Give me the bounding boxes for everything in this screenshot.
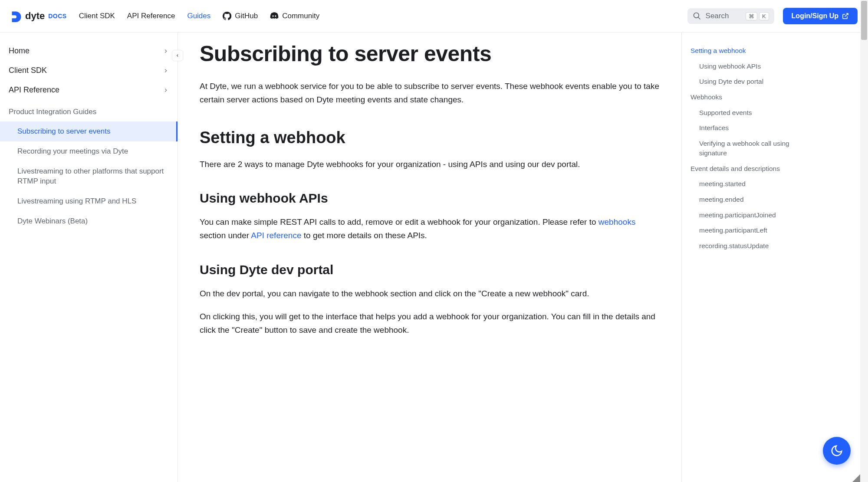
toc-label: Setting a webhook xyxy=(690,47,746,54)
toc-item[interactable]: recording.statusUpdate xyxy=(690,238,807,254)
article: Subscribing to server events At Dyte, we… xyxy=(178,33,681,482)
nav-label: GitHub xyxy=(235,12,258,20)
external-link-icon xyxy=(842,13,849,20)
moon-icon xyxy=(830,444,843,457)
theme-toggle-button[interactable] xyxy=(823,437,851,465)
sidebar-item-label: API Reference xyxy=(9,85,59,95)
sidebar-item-label: Client SDK xyxy=(9,66,47,75)
page-title: Subscribing to server events xyxy=(200,41,660,66)
toc-item[interactable]: Supported events xyxy=(690,105,807,121)
link-webhooks[interactable]: webhooks xyxy=(598,217,636,226)
sidebar-section-label: Product Integration Guides xyxy=(9,108,96,116)
text: You can make simple REST API calls to ad… xyxy=(200,217,598,226)
search-placeholder: Search xyxy=(706,12,741,20)
toc-label: Webhooks xyxy=(690,93,722,101)
header-right: Search ⌘ K Login/Sign Up xyxy=(687,8,858,24)
main: Home Client SDK API Reference Product In… xyxy=(0,33,868,482)
heading-setting-webhook: Setting a webhook xyxy=(200,128,660,147)
toc-label: meeting.participantLeft xyxy=(699,226,767,234)
toc-item[interactable]: Event details and descriptions xyxy=(690,161,807,177)
sidebar-subitem-label: Livestreaming using RTMP and HLS xyxy=(17,197,136,205)
sidebar-subitem-label: Dyte Webinars (Beta) xyxy=(17,217,88,225)
header: dyte DOCS Client SDK API Reference Guide… xyxy=(0,0,868,33)
scrollbar[interactable] xyxy=(860,0,868,482)
search-shortcut: ⌘ K xyxy=(746,12,769,20)
toc-label: Event details and descriptions xyxy=(690,165,780,172)
nav-api-reference[interactable]: API Reference xyxy=(127,12,175,20)
discord-icon xyxy=(270,12,279,20)
text: to get more details on these APIs. xyxy=(301,231,427,240)
toc-label: Interfaces xyxy=(699,124,729,131)
nav-community[interactable]: Community xyxy=(270,12,319,20)
toc-label: meeting.started xyxy=(699,180,746,187)
search-input[interactable]: Search ⌘ K xyxy=(687,8,774,24)
text: section under xyxy=(200,231,251,240)
sidebar-subitem-recording[interactable]: Recording your meetings via Dyte xyxy=(0,141,178,161)
paragraph: On clicking this, you will get to the in… xyxy=(200,310,660,337)
nav-label: Guides xyxy=(187,12,210,20)
toc-label: Supported events xyxy=(699,109,752,116)
paragraph: On the dev portal, you can navigate to t… xyxy=(200,287,660,300)
search-icon xyxy=(693,12,701,20)
toc-label: Using Dyte dev portal xyxy=(699,78,763,85)
paragraph: You can make simple REST API calls to ad… xyxy=(200,215,660,243)
nav-label: API Reference xyxy=(127,12,175,20)
nav-github[interactable]: GitHub xyxy=(223,12,258,20)
logo[interactable]: dyte DOCS xyxy=(10,10,67,22)
sidebar-subitem-subscribing[interactable]: Subscribing to server events xyxy=(0,121,178,141)
header-left: dyte DOCS Client SDK API Reference Guide… xyxy=(10,10,319,22)
toc-item[interactable]: Using webhook APIs xyxy=(690,59,807,74)
sidebar: Home Client SDK API Reference Product In… xyxy=(0,33,178,482)
login-label: Login/Sign Up xyxy=(792,12,838,20)
chevron-right-icon xyxy=(163,68,169,74)
kbd-cmd: ⌘ xyxy=(746,12,757,20)
chevron-right-icon xyxy=(163,48,169,54)
logo-icon xyxy=(10,10,23,22)
toc-item[interactable]: Verifying a webhook call using signature xyxy=(690,136,807,161)
kbd-k: K xyxy=(759,12,769,20)
sidebar-item-api-reference[interactable]: API Reference xyxy=(0,80,178,100)
toc-item[interactable]: Webhooks xyxy=(690,89,807,105)
toc-label: Using webhook APIs xyxy=(699,62,761,70)
sidebar-item-label: Home xyxy=(9,46,30,56)
toc-item[interactable]: meeting.started xyxy=(690,176,807,192)
sidebar-item-home[interactable]: Home xyxy=(0,41,178,61)
paragraph: There are 2 ways to manage Dyte webhooks… xyxy=(200,157,660,171)
toc-item[interactable]: meeting.participantLeft xyxy=(690,223,807,238)
nav-label: Community xyxy=(282,12,319,20)
toc-label: meeting.ended xyxy=(699,196,744,203)
sidebar-subitem-label: Livestreaming to other platforms that su… xyxy=(17,167,164,186)
toc-item[interactable]: Setting a webhook xyxy=(690,43,807,59)
nav-guides[interactable]: Guides xyxy=(187,12,210,20)
toc-item[interactable]: Interfaces xyxy=(690,120,807,136)
logo-text: dyte xyxy=(25,10,45,22)
intro-paragraph: At Dyte, we run a webhook service for yo… xyxy=(200,79,660,107)
svg-point-0 xyxy=(694,13,699,18)
nav-client-sdk[interactable]: Client SDK xyxy=(79,12,115,20)
toc-label: recording.statusUpdate xyxy=(699,242,769,249)
collapse-sidebar-button[interactable] xyxy=(172,50,183,61)
resize-corner-icon xyxy=(852,474,860,482)
heading-using-dev-portal: Using Dyte dev portal xyxy=(200,262,660,277)
link-api-reference[interactable]: API reference xyxy=(251,231,301,240)
chevron-left-icon xyxy=(175,53,180,58)
nav-label: Client SDK xyxy=(79,12,115,20)
top-nav: Client SDK API Reference Guides GitHub C… xyxy=(79,12,319,20)
login-signup-button[interactable]: Login/Sign Up xyxy=(783,8,858,24)
toc-label: Verifying a webhook call using signature xyxy=(699,140,789,157)
toc-item[interactable]: meeting.participantJoined xyxy=(690,207,807,223)
svg-line-1 xyxy=(698,17,700,20)
sidebar-section-title: Product Integration Guides xyxy=(0,100,178,121)
sidebar-subitem-label: Subscribing to server events xyxy=(17,127,111,135)
sidebar-subitem-webinars[interactable]: Dyte Webinars (Beta) xyxy=(0,211,178,231)
content: Subscribing to server events At Dyte, we… xyxy=(178,33,868,482)
sidebar-item-client-sdk[interactable]: Client SDK xyxy=(0,61,178,80)
toc-label: meeting.participantJoined xyxy=(699,211,776,219)
toc-item[interactable]: Using Dyte dev portal xyxy=(690,74,807,89)
sidebar-subitem-livestream-hls[interactable]: Livestreaming using RTMP and HLS xyxy=(0,191,178,211)
heading-using-webhook-apis: Using webhook APIs xyxy=(200,191,660,206)
toc-item[interactable]: meeting.ended xyxy=(690,192,807,207)
sidebar-subitem-livestream-rtmp[interactable]: Livestreaming to other platforms that su… xyxy=(0,161,178,192)
scrollbar-thumb[interactable] xyxy=(861,1,867,40)
table-of-contents: Setting a webhook Using webhook APIs Usi… xyxy=(681,33,816,482)
